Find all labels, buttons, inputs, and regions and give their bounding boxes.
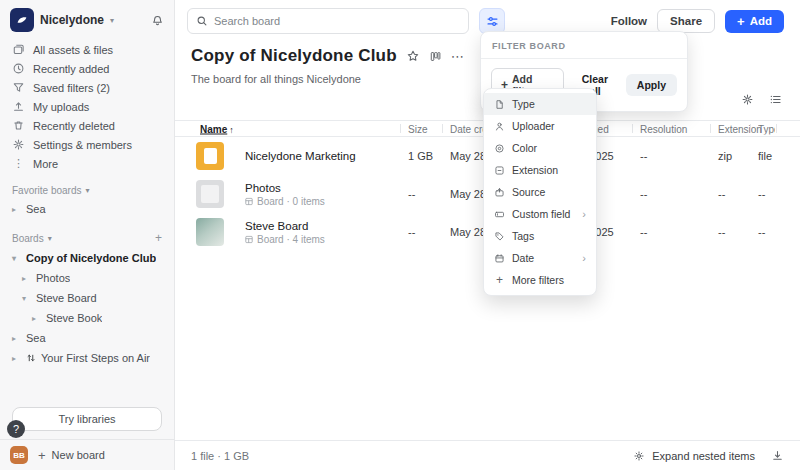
cell-resolution: -- [640,188,647,200]
sidebar-item-settings-members[interactable]: Settings & members [6,135,168,154]
sidebar-item-all-assets[interactable]: All assets & files [6,40,168,59]
chevron-right-icon: ▸ [32,314,41,323]
plus-icon: + [494,274,505,286]
asset-name[interactable]: Nicelydone Marketing [245,150,356,162]
person-icon [494,121,505,132]
filter-menu-item-date[interactable]: Date › [484,247,596,269]
board-label: Your First Steps on Air [41,352,150,364]
file-icon [494,99,505,110]
sort-asc-icon: ↑ [229,124,234,134]
board-label: Photos [36,272,70,284]
selection-summary: 1 file · 1 GB [191,450,249,462]
search-icon [196,15,208,27]
user-avatar[interactable]: BB [10,446,28,464]
cell-resolution: -- [640,150,647,162]
sidebar-item-saved-filters[interactable]: Saved filters (2) [6,78,168,97]
workspace-header[interactable]: Nicelydone ▾ [0,0,174,38]
board-copy-of-nicelydone-club[interactable]: ▾ Copy of Nicelydone Club [0,248,174,268]
more-vertical-icon: ⋮ [12,157,25,170]
board-photos[interactable]: ▸ Photos [0,268,174,288]
filter-menu-item-source[interactable]: Source [484,181,596,203]
sidebar-item-my-uploads[interactable]: My uploads [6,97,168,116]
column-header-extension[interactable]: Extension [718,123,762,134]
help-button[interactable]: ? [7,420,25,438]
share-button[interactable]: Share [657,9,715,33]
filter-menu-item-more-filters[interactable]: + More filters [484,269,596,291]
more-options-icon[interactable]: ⋯ [451,49,465,64]
board-label: Copy of Nicelydone Club [26,252,156,264]
onboarding-icon [26,353,36,363]
sidebar-item-label: Recently added [33,63,109,75]
board-steve-board[interactable]: ▾ Steve Board [0,288,174,308]
customize-gear-icon[interactable] [741,93,754,106]
sidebar-item-label: Recently deleted [33,120,115,132]
favorite-boards-header[interactable]: Favorite boards ▾ [0,173,174,199]
apply-button[interactable]: Apply [626,74,677,96]
sliders-icon [486,15,499,28]
board-thumbnail[interactable] [196,218,224,246]
status-bar: 1 file · 1 GB Expand nested items [175,440,800,470]
board-sea[interactable]: ▸ Sea [0,328,174,348]
search-box[interactable] [187,8,469,34]
new-board-button[interactable]: + New board [38,448,105,463]
zip-file-thumbnail[interactable] [196,142,224,170]
chevron-down-icon: ▾ [110,16,114,25]
cell-extension: zip [718,150,732,162]
download-icon[interactable] [771,449,784,462]
clock-icon [12,62,25,75]
chevron-right-icon: ▸ [12,354,21,363]
boards-label: Boards [12,233,44,244]
filter-menu-item-color[interactable]: Color [484,137,596,159]
upload-icon [12,100,25,113]
star-icon[interactable] [406,49,420,63]
filter-menu-item-type[interactable]: Type [484,93,596,115]
custom-field-icon [494,209,505,220]
filter-menu-label: Type [512,98,535,110]
view-controls [741,93,782,106]
board-label: Steve Book [46,312,102,324]
add-button[interactable]: + Add [725,10,784,33]
board-thumbnail[interactable] [196,180,224,208]
filter-menu-item-custom-field[interactable]: Custom field › [484,203,596,225]
chevron-down-icon: ▾ [22,294,31,303]
try-libraries-button[interactable]: Try libraries [12,407,162,431]
column-header-size[interactable]: Size [408,123,427,134]
board-icon [245,235,253,243]
sidebar-item-label: Settings & members [33,139,132,151]
column-header-name[interactable]: Name↑ [200,123,234,134]
add-button-label: Add [750,15,772,27]
board-first-steps[interactable]: ▸ Your First Steps on Air [0,348,174,368]
favorite-board-sea[interactable]: ▸ Sea [0,199,174,219]
new-board-label: New board [52,449,105,461]
views-icon[interactable] [429,50,442,63]
filter-menu-item-uploader[interactable]: Uploader [484,115,596,137]
asset-name[interactable]: Photos [245,182,325,194]
board-steve-book[interactable]: ▸ Steve Book [0,308,174,328]
add-board-icon[interactable]: + [155,231,162,245]
cell-extension: -- [718,188,725,200]
follow-button[interactable]: Follow [611,15,647,27]
list-view-icon[interactable] [769,93,782,106]
filter-menu-label: Extension [512,164,558,176]
sidebar-item-label: My uploads [33,101,89,113]
sidebar-item-recently-deleted[interactable]: Recently deleted [6,116,168,135]
filter-menu-item-tags[interactable]: Tags [484,225,596,247]
cell-type: file [758,150,772,162]
sidebar: Nicelydone ▾ All assets & files Recently… [0,0,175,470]
search-input[interactable] [214,15,460,27]
workspace-name: Nicelydone [40,13,104,27]
sidebar-item-label: More [33,158,58,170]
sidebar-item-recently-added[interactable]: Recently added [6,59,168,78]
column-header-resolution[interactable]: Resolution [640,123,687,134]
asset-name[interactable]: Steve Board [245,220,325,232]
sidebar-item-more[interactable]: ⋮ More [6,154,168,173]
plus-icon: + [737,15,745,28]
cell-resolution: -- [640,226,647,238]
trash-icon [12,119,25,132]
boards-header[interactable]: Boards ▾ + [0,219,174,248]
notifications-bell-icon[interactable] [151,14,164,27]
filter-menu-item-extension[interactable]: Extension [484,159,596,181]
column-header-type[interactable]: Type [758,123,775,134]
chevron-down-icon: ▾ [85,186,89,195]
expand-nested-toggle[interactable]: Expand nested items [633,450,755,462]
